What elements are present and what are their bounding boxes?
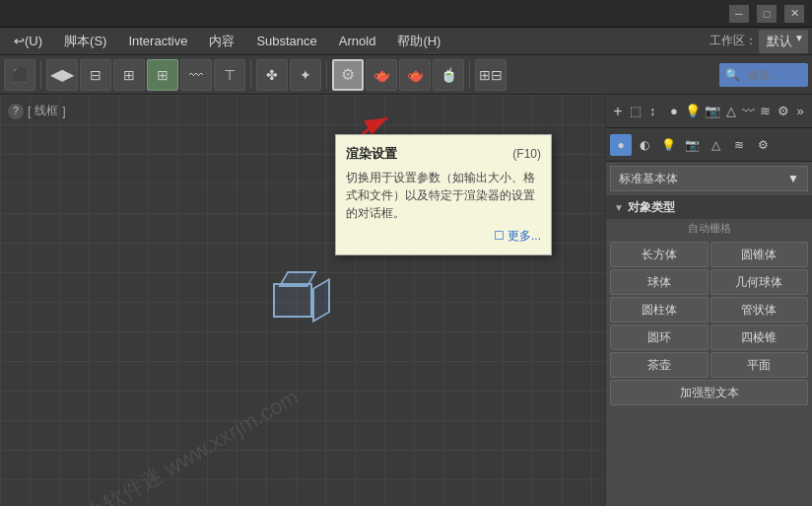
- section-header-object-type[interactable]: ▼ 对象类型: [606, 195, 812, 219]
- search-box[interactable]: 🔍: [719, 63, 808, 87]
- rt-expand[interactable]: »: [792, 100, 808, 123]
- rt-light[interactable]: 💡: [684, 100, 702, 123]
- obj-sphere[interactable]: 球体: [610, 269, 709, 295]
- rt-select[interactable]: ⬚: [628, 100, 643, 123]
- workspace-value: 默认: [767, 34, 792, 48]
- obj-cone[interactable]: 圆锥体: [710, 242, 809, 267]
- menu-bar: ↩(U) 脚本(S) Interactive 内容 Substance Arno…: [0, 28, 812, 55]
- rt-shape[interactable]: △: [723, 100, 739, 123]
- right-icons-row: ● ◐ 💡 📷 △ ≋ ⚙: [606, 128, 812, 162]
- toolbar-sep-4: [469, 61, 470, 89]
- search-input[interactable]: [744, 64, 802, 86]
- obj-torus[interactable]: 圆环: [610, 325, 709, 350]
- title-bar: ─ □ ✕: [0, 0, 812, 28]
- tb-snap[interactable]: ✤: [256, 59, 288, 91]
- menu-script[interactable]: 脚本(S): [54, 30, 116, 53]
- object-type-dropdown[interactable]: 标准基本体 ▼: [610, 166, 808, 191]
- viewport[interactable]: 小小软件迷 www.xxrjm.com ? [ 线框 ]: [0, 95, 605, 506]
- right-panel: + ⬚ ↕ ● 💡 📷 △ 〰 ≋ ⚙ » ● ◐ 💡 📷 △ ≋ ⚙ 标准基本…: [605, 95, 812, 506]
- toolbar-sep-3: [326, 61, 327, 89]
- section-title: 对象类型: [628, 199, 675, 216]
- menu-undo[interactable]: ↩(U): [4, 31, 52, 51]
- object-type-grid: 长方体 圆锥体 球体 几何球体 圆柱体 管状体 圆环 四棱锥 茶壶 平面 加强型…: [606, 238, 812, 409]
- tb-render-frame[interactable]: 🫖: [366, 59, 397, 91]
- ri-cam[interactable]: 📷: [681, 134, 703, 156]
- obj-tube[interactable]: 管状体: [710, 297, 809, 323]
- tooltip-title: 渲染设置: [346, 145, 397, 163]
- question-icon: ?: [8, 104, 24, 119]
- menu-help[interactable]: 帮助(H): [387, 30, 450, 53]
- tooltip-more-link[interactable]: ☐ 更多...: [346, 228, 541, 245]
- obj-teapot[interactable]: 茶壶: [610, 352, 709, 378]
- ri-light-bulb[interactable]: 💡: [657, 134, 679, 156]
- section-toggle-icon: ▼: [614, 202, 624, 213]
- object-preview: [273, 271, 332, 321]
- obj-plane[interactable]: 平面: [710, 352, 809, 378]
- tb-nav1[interactable]: ◀▶: [46, 59, 78, 91]
- autogrid-label: 自动栅格: [606, 219, 812, 238]
- tb-render-region[interactable]: 🫖: [399, 59, 431, 91]
- rt-move[interactable]: ↕: [644, 100, 660, 123]
- workspace-label: 工作区：: [710, 33, 757, 49]
- tb-nav3[interactable]: ⊞: [113, 59, 145, 91]
- rt-add[interactable]: +: [610, 100, 626, 123]
- tooltip-popup: 渲染设置 (F10) 切换用于设置参数（如输出大小、格式和文件）以及特定于渲染器…: [335, 134, 552, 255]
- obj-box[interactable]: 长方体: [610, 242, 709, 267]
- tb-wave[interactable]: 〰: [180, 59, 212, 91]
- ri-circle[interactable]: ●: [610, 134, 632, 156]
- toolbar-sep-2: [250, 61, 251, 89]
- obj-geosphere[interactable]: 几何球体: [710, 269, 809, 295]
- menu-interactive[interactable]: Interactive: [118, 31, 197, 51]
- ri-settings[interactable]: ⚙: [752, 134, 774, 156]
- tb-align[interactable]: ⊤: [214, 59, 245, 91]
- 3d-box: [273, 271, 332, 321]
- search-icon: 🔍: [725, 68, 740, 82]
- box-front-face: [273, 283, 312, 318]
- workspace-dropdown[interactable]: 默认 ▼: [759, 30, 808, 53]
- tb-grid[interactable]: ⊞: [147, 59, 178, 91]
- menu-substance[interactable]: Substance: [246, 31, 326, 51]
- right-toolbar: + ⬚ ↕ ● 💡 📷 △ 〰 ≋ ⚙ »: [606, 95, 812, 128]
- tb-nav2[interactable]: ⊟: [80, 59, 111, 91]
- ri-shape[interactable]: ◐: [634, 134, 655, 156]
- minimize-button[interactable]: ─: [729, 5, 749, 23]
- dropdown-value: 标准基本体: [619, 171, 678, 187]
- rt-rotate[interactable]: ●: [666, 100, 682, 123]
- chevron-down-icon: ▼: [787, 172, 799, 185]
- tb-extra1[interactable]: ⊞⊟: [475, 59, 507, 91]
- menu-content[interactable]: 内容: [199, 30, 244, 53]
- select-mode-btn[interactable]: ⬛: [4, 59, 35, 91]
- maximize-button[interactable]: □: [757, 5, 777, 23]
- ri-wave[interactable]: ≋: [728, 134, 750, 156]
- obj-text[interactable]: 加强型文本: [610, 380, 808, 405]
- rt-spline[interactable]: 〰: [740, 100, 756, 123]
- toolbar-sep-1: [40, 61, 41, 89]
- toolbar: ⬛ ◀▶ ⊟ ⊞ ⊞ 〰 ⊤ ✤ ✦ ⚙ 🫖 🫖 🍵 ⊞⊟ 🔍: [0, 55, 812, 95]
- tb-render-extra[interactable]: 🍵: [433, 59, 464, 91]
- viewport-label: ? [ 线框 ]: [8, 103, 66, 119]
- obj-cylinder[interactable]: 圆柱体: [610, 297, 709, 323]
- tb-snap2[interactable]: ✦: [290, 59, 321, 91]
- rt-camera[interactable]: 📷: [704, 100, 721, 123]
- tooltip-description: 切换用于设置参数（如输出大小、格式和文件）以及特定于渲染器的设置的对话框。: [346, 169, 541, 222]
- viewport-mode: [: [28, 105, 31, 118]
- main-area: 小小软件迷 www.xxrjm.com ? [ 线框 ]: [0, 95, 812, 506]
- render-settings-button[interactable]: ⚙: [332, 59, 364, 91]
- obj-pyramid[interactable]: 四棱锥: [710, 325, 809, 350]
- box-side-face: [312, 277, 330, 322]
- viewport-mode-close: ]: [62, 105, 65, 118]
- menu-arnold[interactable]: Arnold: [329, 31, 386, 51]
- viewport-frametype: 线框: [34, 103, 58, 119]
- rt-gear[interactable]: ⚙: [776, 100, 791, 123]
- close-button[interactable]: ✕: [784, 5, 804, 23]
- rt-wave2[interactable]: ≋: [758, 100, 774, 123]
- ri-triangle[interactable]: △: [705, 134, 726, 156]
- tooltip-shortcut: (F10): [512, 147, 541, 161]
